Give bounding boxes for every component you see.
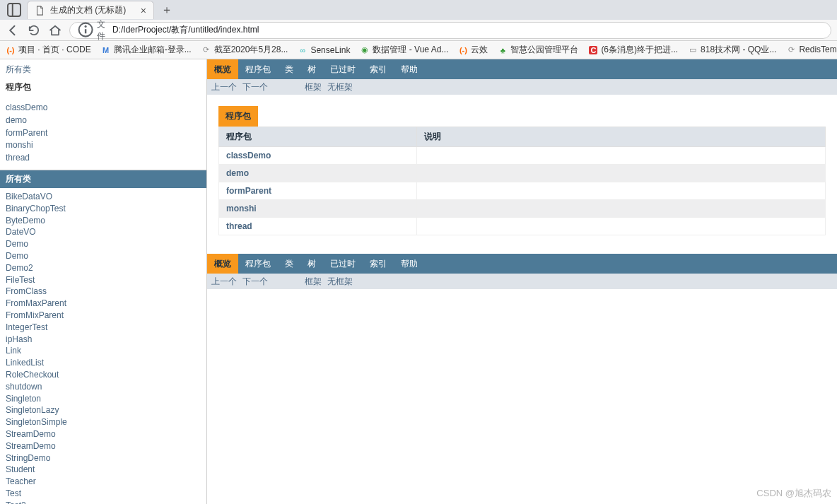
bookmark-label: 截至2020年5月28...	[214, 44, 288, 56]
bookmark-label: 项目 · 首页 · CODE	[18, 44, 91, 56]
bookmark-item[interactable]: M腾讯企业邮箱-登录...	[101, 44, 192, 56]
bookmark-item[interactable]: ▭818技术网 - QQ业...	[688, 44, 776, 56]
bookmark-item[interactable]: ⟳截至2020年5月28...	[201, 44, 288, 56]
package-link[interactable]: classDemo	[6, 102, 201, 114]
class-link[interactable]: IntegerTest	[6, 322, 201, 334]
bookmark-icon: M	[101, 45, 111, 55]
nav-item[interactable]: 类	[278, 254, 300, 274]
package-row-link[interactable]: monshi	[226, 204, 257, 213]
package-row-link[interactable]: classDemo	[226, 151, 271, 160]
nav-item[interactable]: 树	[300, 59, 323, 79]
nav-item[interactable]: 程序包	[238, 254, 278, 274]
prev-link[interactable]: 上一个	[211, 81, 237, 93]
packages-heading: 程序包	[6, 81, 201, 93]
class-link[interactable]: FromMaxParent	[6, 298, 201, 310]
bookmark-icon: C	[588, 45, 598, 55]
class-link[interactable]: FileTest	[6, 274, 201, 286]
class-link[interactable]: FromClass	[6, 286, 201, 298]
package-link[interactable]: formParent	[6, 127, 201, 139]
bookmark-item[interactable]: ♣智慧公园管理平台	[498, 44, 578, 56]
table-row: formParent	[219, 182, 826, 200]
class-link[interactable]: StreamDemo	[6, 440, 201, 452]
back-button[interactable]	[6, 23, 20, 37]
bookmark-item[interactable]: (-)云效	[458, 44, 488, 56]
nav-item[interactable]: 树	[300, 254, 323, 274]
class-link[interactable]: ipHash	[6, 334, 201, 346]
table-row: thread	[219, 218, 826, 235]
main-frame: 概览程序包类树已过时索引帮助 上一个 下一个 框架 无框架 程序包 程序包 说明	[207, 59, 837, 504]
new-tab-button[interactable]: ＋	[158, 1, 175, 18]
class-list: BikeDataVOBinaryChopTestByteDemoDateVODe…	[0, 188, 206, 504]
bookmark-item[interactable]: (-)项目 · 首页 · CODE	[6, 44, 91, 56]
nav-item[interactable]: 类	[278, 59, 300, 79]
packages-table: 程序包 说明 classDemodemoformParentmonshithre…	[218, 127, 826, 235]
bookmark-item[interactable]: C(6条消息)终于把进...	[588, 44, 678, 56]
prev-link[interactable]: 上一个	[211, 276, 237, 288]
refresh-button[interactable]	[27, 23, 41, 37]
class-link[interactable]: RoleCheckout	[6, 369, 201, 381]
frames-link[interactable]: 框架	[305, 81, 322, 93]
class-link[interactable]: FromMixParent	[6, 310, 201, 322]
bookmark-label: 云效	[471, 44, 488, 56]
close-icon[interactable]: ×	[141, 6, 146, 16]
class-link[interactable]: SingletonLazy	[6, 404, 201, 416]
tab-panel-icon[interactable]	[6, 1, 23, 18]
nav-item[interactable]: 索引	[363, 59, 394, 79]
class-link[interactable]: BinaryChopTest	[6, 203, 201, 215]
nav-item[interactable]: 帮助	[394, 59, 425, 79]
nav-item[interactable]: 程序包	[238, 59, 278, 79]
browser-tab[interactable]: 生成的文档 (无标题) ×	[27, 1, 154, 19]
class-link[interactable]: StreamDemo	[6, 428, 201, 440]
nav-item[interactable]: 概览	[207, 59, 238, 79]
bookmark-label: 腾讯企业邮箱-登录...	[114, 44, 192, 56]
class-link[interactable]: Teacher	[6, 476, 201, 488]
address-bar: 文件 D:/IderProoject/教育/untitled/index.htm…	[0, 20, 837, 41]
bookmarks-bar: (-)项目 · 首页 · CODEM腾讯企业邮箱-登录...⟳截至2020年5月…	[0, 41, 837, 59]
class-link[interactable]: Student	[6, 464, 201, 476]
noframes-link[interactable]: 无框架	[327, 81, 353, 93]
noframes-link[interactable]: 无框架	[327, 276, 353, 288]
url-input[interactable]: 文件 D:/IderProoject/教育/untitled/index.htm…	[69, 22, 831, 39]
class-link[interactable]: SingletonSimple	[6, 416, 201, 428]
next-link[interactable]: 下一个	[242, 276, 268, 288]
package-link[interactable]: thread	[6, 152, 201, 164]
tab-title: 生成的文档 (无标题)	[50, 4, 126, 16]
class-link[interactable]: Test	[6, 488, 201, 500]
bookmark-item[interactable]: ◉数据管理 - Vue Ad...	[360, 44, 448, 56]
url-text: D:/IderProoject/教育/untitled/index.html	[112, 24, 259, 36]
package-link[interactable]: demo	[6, 115, 201, 127]
frames-link[interactable]: 框架	[305, 276, 322, 288]
table-caption: 程序包	[218, 106, 258, 127]
home-button[interactable]	[48, 23, 62, 37]
class-link[interactable]: DateVO	[6, 226, 201, 238]
nav-item[interactable]: 概览	[207, 254, 238, 274]
bookmark-item[interactable]: ∞SenseLink	[298, 45, 350, 55]
package-link[interactable]: monshi	[6, 139, 201, 151]
class-link[interactable]: ByteDemo	[6, 215, 201, 227]
bookmark-item[interactable]: ⟳RedisTemplate访问...	[786, 44, 837, 56]
nav-item[interactable]: 已过时	[323, 254, 363, 274]
class-link[interactable]: LinkedList	[6, 357, 201, 369]
package-row-desc	[417, 218, 826, 235]
package-row-link[interactable]: formParent	[226, 186, 271, 196]
next-link[interactable]: 下一个	[242, 81, 268, 93]
package-row-link[interactable]: demo	[226, 168, 249, 178]
bookmark-label: (6条消息)终于把进...	[601, 44, 678, 56]
class-link[interactable]: shutdown	[6, 381, 201, 393]
nav-item[interactable]: 帮助	[394, 254, 425, 274]
table-row: monshi	[219, 200, 826, 218]
class-link[interactable]: Demo	[6, 238, 201, 250]
class-link[interactable]: Link	[6, 345, 201, 357]
class-link[interactable]: Singleton	[6, 393, 201, 405]
tab-strip: 生成的文档 (无标题) × ＋	[0, 0, 837, 20]
class-link[interactable]: BikeDataVO	[6, 191, 201, 203]
class-link[interactable]: Demo	[6, 250, 201, 262]
all-classes-link[interactable]: 所有类	[6, 64, 31, 74]
class-link[interactable]: Demo2	[6, 262, 201, 274]
class-link[interactable]: Test2	[6, 500, 201, 504]
nav-item[interactable]: 已过时	[323, 59, 363, 79]
nav-item[interactable]: 索引	[363, 254, 394, 274]
class-link[interactable]: StringDemo	[6, 452, 201, 464]
package-row-link[interactable]: thread	[226, 221, 252, 231]
col-description: 说明	[417, 127, 826, 147]
